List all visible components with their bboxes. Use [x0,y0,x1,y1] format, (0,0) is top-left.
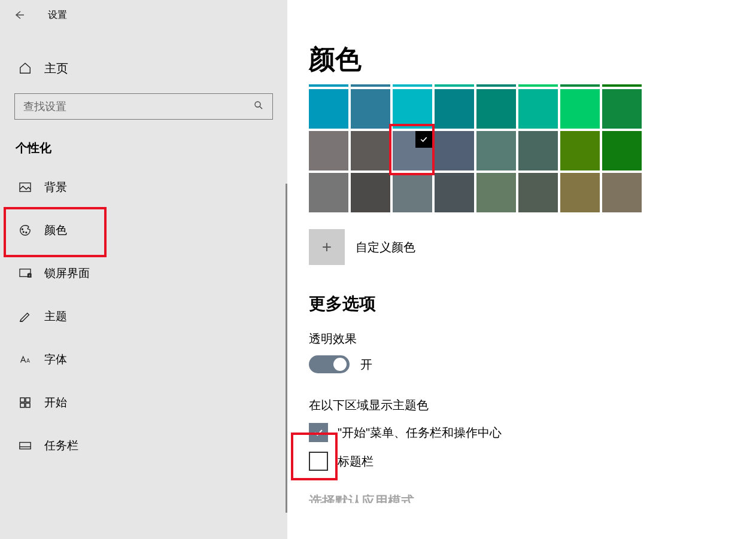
checkbox-row-titlebar: 标题栏 [309,452,734,471]
transparency-label: 透明效果 [309,331,734,347]
color-swatch [309,84,348,87]
toggle-knob [333,358,347,371]
svg-rect-8 [20,398,25,402]
color-swatch[interactable] [309,131,348,170]
color-swatch [602,84,642,87]
color-swatch[interactable] [435,89,474,129]
accent-areas-label: 在以下区域显示主题色 [309,397,734,413]
color-swatch[interactable] [602,173,642,212]
color-swatch [351,84,390,87]
annotation-highlight [4,207,107,257]
color-swatch [518,84,558,87]
color-swatch[interactable] [560,173,600,212]
color-swatch[interactable] [393,173,432,212]
sidebar-item-label: 任务栏 [44,438,78,453]
color-swatch[interactable] [351,173,390,212]
annotation-highlight [389,124,435,175]
font-icon [18,354,32,366]
annotation-highlight [291,433,338,480]
color-swatch[interactable] [560,89,600,129]
search-placeholder: 查找设置 [23,99,66,114]
home-label: 主页 [44,60,68,77]
back-icon[interactable] [12,8,26,22]
transparency-toggle-row: 开 [309,355,734,373]
svg-rect-10 [20,403,25,407]
sidebar-item-lockscreen[interactable]: 锁屏界面 [0,252,287,295]
color-swatch[interactable] [351,131,390,170]
taskbar-icon [18,441,32,450]
sidebar-item-themes[interactable]: 主题 [0,295,287,338]
picture-icon [18,182,32,193]
start-icon [18,397,32,409]
color-swatch [476,84,516,87]
window-title: 设置 [48,9,67,22]
home-icon [18,62,32,75]
toggle-state-label: 开 [360,357,372,373]
color-swatch[interactable] [518,131,558,170]
section-title: 个性化 [16,140,287,156]
color-swatch[interactable] [309,89,348,129]
svg-rect-12 [20,443,31,449]
svg-rect-11 [26,403,30,407]
page-title: 颜色 [309,42,734,77]
main-content: 颜色 + 自定义颜色 更多选项 透明效果 开 在以下区域显示主题色 "开始"菜单… [287,0,756,539]
svg-rect-9 [26,398,30,402]
color-swatch[interactable] [435,173,474,212]
more-options-subtitle: 更多选项 [309,293,734,315]
color-swatch[interactable] [309,173,348,212]
sidebar-item-background[interactable]: 背景 [0,166,287,209]
svg-point-0 [255,102,260,107]
add-custom-color-button[interactable]: + [309,229,345,265]
color-swatch[interactable] [560,131,600,170]
theme-icon [18,310,32,323]
sidebar: 设置 主页 查找设置 个性化 背景 [0,0,287,539]
color-grid [309,84,644,212]
custom-color-row: + 自定义颜色 [309,229,734,265]
color-swatch[interactable] [602,131,642,170]
color-swatch[interactable] [602,89,642,129]
sidebar-item-label: 主题 [44,309,67,324]
plus-icon: + [322,237,332,257]
color-swatch[interactable] [435,131,474,170]
home-button[interactable]: 主页 [0,54,287,83]
color-swatch[interactable] [518,173,558,212]
sidebar-item-fonts[interactable]: 字体 [0,338,287,381]
sidebar-item-label: 背景 [44,179,67,195]
transparency-toggle[interactable] [309,355,350,373]
color-swatch[interactable] [476,131,516,170]
sidebar-item-label: 开始 [44,395,67,410]
lock-screen-icon [18,268,32,279]
custom-color-label: 自定义颜色 [356,239,415,255]
color-swatch [393,84,432,87]
checkbox-label: 标题栏 [338,453,374,470]
color-swatch[interactable] [393,89,432,129]
color-swatch[interactable] [476,173,516,212]
color-swatch [435,84,474,87]
color-swatch [560,84,600,87]
color-swatch[interactable] [476,89,516,129]
search-input[interactable]: 查找设置 [14,93,273,120]
sidebar-item-start[interactable]: 开始 [0,381,287,424]
sidebar-item-taskbar[interactable]: 任务栏 [0,424,287,467]
sidebar-item-label: 字体 [44,352,67,367]
sidebar-item-label: 锁屏界面 [44,266,90,281]
sidebar-header: 设置 [0,0,287,30]
color-swatch[interactable] [518,89,558,129]
checkbox-label: "开始"菜单、任务栏和操作中心 [338,425,502,441]
partial-cut-text: 选择默认应用模式 [309,492,734,503]
color-swatch[interactable] [351,89,390,129]
checkbox-row-start-taskbar: "开始"菜单、任务栏和操作中心 [309,423,734,442]
search-icon [253,100,264,113]
